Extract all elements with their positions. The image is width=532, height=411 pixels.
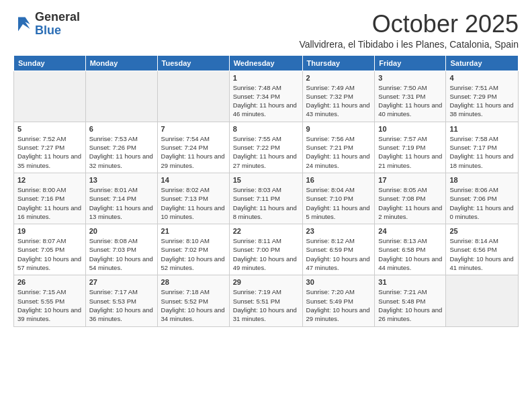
calendar-week-2: 5Sunrise: 7:52 AM Sunset: 7:27 PM Daylig… (14, 122, 519, 173)
calendar-cell: 2Sunrise: 7:49 AM Sunset: 7:32 PM Daylig… (302, 71, 375, 122)
calendar-week-1: 1Sunrise: 7:48 AM Sunset: 7:34 PM Daylig… (14, 71, 519, 122)
day-number: 9 (306, 125, 371, 133)
logo: General Blue (13, 11, 80, 38)
day-info: Sunrise: 8:05 AM Sunset: 7:08 PM Dayligh… (378, 185, 442, 221)
day-number: 20 (89, 227, 154, 235)
day-number: 29 (233, 278, 299, 286)
day-info: Sunrise: 7:18 AM Sunset: 5:52 PM Dayligh… (161, 287, 226, 323)
day-info: Sunrise: 8:14 AM Sunset: 6:56 PM Dayligh… (449, 236, 515, 272)
day-number: 5 (17, 125, 82, 133)
day-info: Sunrise: 8:04 AM Sunset: 7:10 PM Dayligh… (306, 185, 371, 221)
calendar-cell: 27Sunrise: 7:17 AM Sunset: 5:53 PM Dayli… (85, 275, 157, 326)
calendar-cell: 14Sunrise: 8:02 AM Sunset: 7:13 PM Dayli… (157, 173, 229, 224)
logo-blue-text: Blue (35, 24, 61, 37)
day-number: 3 (378, 74, 442, 82)
day-number: 24 (378, 227, 442, 235)
day-info: Sunrise: 7:56 AM Sunset: 7:21 PM Dayligh… (306, 134, 371, 170)
day-number: 28 (161, 278, 226, 286)
day-info: Sunrise: 7:48 AM Sunset: 7:34 PM Dayligh… (233, 83, 299, 119)
day-number: 2 (306, 74, 371, 82)
weekday-header-row: Sunday Monday Tuesday Wednesday Thursday… (14, 55, 519, 71)
header-monday: Monday (85, 55, 157, 71)
calendar-cell: 4Sunrise: 7:51 AM Sunset: 7:29 PM Daylig… (446, 71, 519, 122)
day-number: 1 (233, 74, 299, 82)
calendar-cell: 23Sunrise: 8:12 AM Sunset: 6:59 PM Dayli… (302, 224, 375, 275)
day-info: Sunrise: 7:52 AM Sunset: 7:27 PM Dayligh… (17, 134, 82, 170)
day-number: 18 (449, 176, 515, 184)
calendar-cell: 9Sunrise: 7:56 AM Sunset: 7:21 PM Daylig… (302, 122, 375, 173)
calendar-cell (14, 71, 86, 122)
location-title: Vallvidrera, el Tibidabo i les Planes, C… (299, 39, 519, 50)
calendar-cell (446, 275, 519, 326)
day-number: 30 (306, 278, 371, 286)
day-info: Sunrise: 7:15 AM Sunset: 5:55 PM Dayligh… (17, 287, 82, 323)
day-info: Sunrise: 8:07 AM Sunset: 7:05 PM Dayligh… (17, 236, 82, 272)
calendar-cell: 26Sunrise: 7:15 AM Sunset: 5:55 PM Dayli… (14, 275, 86, 326)
calendar-cell: 6Sunrise: 7:53 AM Sunset: 7:26 PM Daylig… (85, 122, 157, 173)
day-number: 17 (378, 176, 442, 184)
day-info: Sunrise: 8:10 AM Sunset: 7:02 PM Dayligh… (161, 236, 226, 272)
header-friday: Friday (375, 55, 446, 71)
calendar-cell: 21Sunrise: 8:10 AM Sunset: 7:02 PM Dayli… (157, 224, 229, 275)
calendar-cell (85, 71, 157, 122)
calendar-cell: 13Sunrise: 8:01 AM Sunset: 7:14 PM Dayli… (85, 173, 157, 224)
day-number: 12 (17, 176, 82, 184)
day-number: 6 (89, 125, 154, 133)
day-info: Sunrise: 7:21 AM Sunset: 5:48 PM Dayligh… (378, 287, 442, 323)
day-number: 14 (161, 176, 226, 184)
day-info: Sunrise: 7:54 AM Sunset: 7:24 PM Dayligh… (161, 134, 226, 170)
day-info: Sunrise: 7:55 AM Sunset: 7:22 PM Dayligh… (233, 134, 299, 170)
calendar-cell: 12Sunrise: 8:00 AM Sunset: 7:16 PM Dayli… (14, 173, 86, 224)
calendar-body: 1Sunrise: 7:48 AM Sunset: 7:34 PM Daylig… (14, 71, 519, 326)
calendar-header: Sunday Monday Tuesday Wednesday Thursday… (14, 55, 519, 71)
calendar-cell: 29Sunrise: 7:19 AM Sunset: 5:51 PM Dayli… (229, 275, 302, 326)
logo-general: General (35, 10, 80, 24)
day-info: Sunrise: 8:00 AM Sunset: 7:16 PM Dayligh… (17, 185, 82, 221)
day-info: Sunrise: 7:51 AM Sunset: 7:29 PM Dayligh… (449, 83, 515, 119)
calendar-week-4: 19Sunrise: 8:07 AM Sunset: 7:05 PM Dayli… (14, 224, 519, 275)
calendar-cell: 3Sunrise: 7:50 AM Sunset: 7:31 PM Daylig… (375, 71, 446, 122)
header: General Blue October 2025 Vallvidrera, e… (13, 11, 519, 50)
day-info: Sunrise: 8:02 AM Sunset: 7:13 PM Dayligh… (161, 185, 226, 221)
day-number: 22 (233, 227, 299, 235)
calendar-week-3: 12Sunrise: 8:00 AM Sunset: 7:16 PM Dayli… (14, 173, 519, 224)
day-info: Sunrise: 7:49 AM Sunset: 7:32 PM Dayligh… (306, 83, 371, 119)
calendar-cell: 8Sunrise: 7:55 AM Sunset: 7:22 PM Daylig… (229, 122, 302, 173)
day-info: Sunrise: 8:08 AM Sunset: 7:03 PM Dayligh… (89, 236, 154, 272)
calendar-cell: 28Sunrise: 7:18 AM Sunset: 5:52 PM Dayli… (157, 275, 229, 326)
title-block: October 2025 Vallvidrera, el Tibidabo i … (299, 11, 519, 50)
calendar-week-5: 26Sunrise: 7:15 AM Sunset: 5:55 PM Dayli… (14, 275, 519, 326)
calendar-cell (157, 71, 229, 122)
calendar-cell: 22Sunrise: 8:11 AM Sunset: 7:00 PM Dayli… (229, 224, 302, 275)
day-number: 19 (17, 227, 82, 235)
calendar-cell: 20Sunrise: 8:08 AM Sunset: 7:03 PM Dayli… (85, 224, 157, 275)
day-info: Sunrise: 7:53 AM Sunset: 7:26 PM Dayligh… (89, 134, 154, 170)
logo-icon (13, 15, 32, 34)
day-number: 13 (89, 176, 154, 184)
header-wednesday: Wednesday (229, 55, 302, 71)
calendar-cell: 16Sunrise: 8:04 AM Sunset: 7:10 PM Dayli… (302, 173, 375, 224)
day-info: Sunrise: 8:06 AM Sunset: 7:06 PM Dayligh… (449, 185, 515, 221)
header-tuesday: Tuesday (157, 55, 229, 71)
day-info: Sunrise: 8:11 AM Sunset: 7:00 PM Dayligh… (233, 236, 299, 272)
calendar-cell: 25Sunrise: 8:14 AM Sunset: 6:56 PM Dayli… (446, 224, 519, 275)
day-number: 8 (233, 125, 299, 133)
day-number: 11 (449, 125, 515, 133)
calendar-cell: 7Sunrise: 7:54 AM Sunset: 7:24 PM Daylig… (157, 122, 229, 173)
calendar-cell: 10Sunrise: 7:57 AM Sunset: 7:19 PM Dayli… (375, 122, 446, 173)
calendar: Sunday Monday Tuesday Wednesday Thursday… (13, 55, 519, 327)
day-info: Sunrise: 7:57 AM Sunset: 7:19 PM Dayligh… (378, 134, 442, 170)
day-info: Sunrise: 7:19 AM Sunset: 5:51 PM Dayligh… (233, 287, 299, 323)
day-info: Sunrise: 7:17 AM Sunset: 5:53 PM Dayligh… (89, 287, 154, 323)
day-number: 31 (378, 278, 442, 286)
header-thursday: Thursday (302, 55, 375, 71)
header-sunday: Sunday (14, 55, 86, 71)
day-number: 10 (378, 125, 442, 133)
day-number: 26 (17, 278, 82, 286)
day-info: Sunrise: 8:12 AM Sunset: 6:59 PM Dayligh… (306, 236, 371, 272)
logo-text: General Blue (35, 11, 80, 38)
calendar-cell: 31Sunrise: 7:21 AM Sunset: 5:48 PM Dayli… (375, 275, 446, 326)
day-info: Sunrise: 7:50 AM Sunset: 7:31 PM Dayligh… (378, 83, 442, 119)
calendar-cell: 30Sunrise: 7:20 AM Sunset: 5:49 PM Dayli… (302, 275, 375, 326)
day-number: 7 (161, 125, 226, 133)
